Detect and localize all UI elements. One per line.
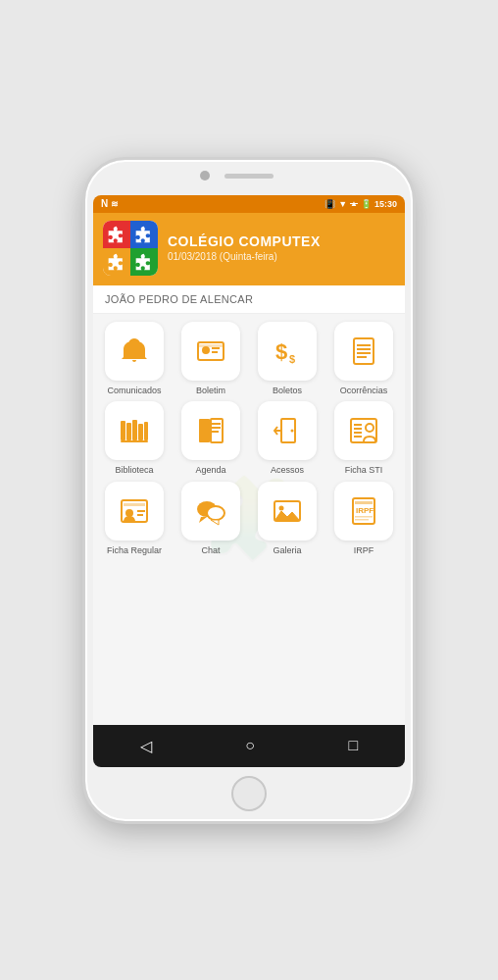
- user-bar: JOÃO PEDRO DE ALENCAR: [93, 285, 405, 314]
- app-item-agenda[interactable]: Agenda: [175, 401, 246, 476]
- power-button: [414, 287, 416, 332]
- back-icon: ◁: [140, 738, 152, 754]
- acessos-label: Acessos: [271, 465, 304, 476]
- ocorrencias-label: Ocorrências: [340, 386, 388, 396]
- image-mountains-icon: [272, 495, 303, 527]
- agenda-label: Agenda: [195, 465, 225, 476]
- svg-rect-17: [121, 440, 148, 442]
- ficha-regular-label: Ficha Regular: [107, 545, 162, 556]
- galeria-icon-box: [258, 482, 317, 541]
- person-lines-icon: [348, 415, 379, 446]
- svg-rect-8: [357, 344, 371, 346]
- svg-marker-38: [199, 517, 207, 523]
- status-right-icons: 📳 ▼ ▲ 🔋 15:30: [324, 199, 397, 209]
- app-grid-container: 🧩 Comunicados: [93, 314, 405, 725]
- svg-rect-36: [137, 514, 143, 516]
- svg-rect-47: [355, 519, 369, 521]
- navigation-bar: ◁ ○ □: [93, 725, 405, 767]
- svg-marker-40: [211, 520, 219, 525]
- chat-label: Chat: [201, 545, 220, 556]
- svg-rect-18: [199, 419, 210, 442]
- svg-rect-33: [124, 503, 145, 506]
- phone-camera: [200, 171, 210, 181]
- app-header: COLÉGIO COMPUTEX 01/03/2018 (Quinta-feir…: [93, 213, 405, 285]
- bell-icon: [119, 335, 150, 367]
- app-item-boletim[interactable]: Boletim: [175, 322, 246, 396]
- biblioteca-icon-box: [105, 401, 164, 460]
- svg-point-42: [279, 506, 284, 511]
- galeria-label: Galeria: [273, 545, 301, 556]
- phone-speaker: [224, 174, 274, 179]
- app-item-galeria[interactable]: Galeria: [252, 482, 323, 556]
- svg-point-24: [291, 430, 294, 433]
- home-button[interactable]: ○: [233, 733, 267, 758]
- svg-rect-9: [357, 348, 371, 350]
- app-item-ocorrencias[interactable]: Ocorrências: [328, 322, 399, 396]
- svg-rect-11: [357, 356, 367, 358]
- wifi-icon: ▼: [338, 199, 347, 209]
- recent-button[interactable]: □: [337, 733, 371, 758]
- svg-rect-27: [354, 424, 362, 426]
- chat-icon-box: [181, 482, 240, 541]
- app-item-ficha-regular[interactable]: Ficha Regular: [99, 482, 170, 556]
- vibrate-icon: 📳: [324, 199, 335, 209]
- app-item-boletos[interactable]: $ $ Boletos: [252, 322, 323, 396]
- boletim-label: Boletim: [196, 386, 225, 396]
- svg-rect-29: [354, 432, 362, 434]
- dollar-icon: $ $: [272, 335, 303, 367]
- boletim-icon-box: [181, 322, 240, 381]
- phone-frame: N ≋ 📳 ▼ ▲ 🔋 15:30: [82, 157, 416, 824]
- ficha-sti-icon-box: [334, 401, 393, 460]
- back-button[interactable]: ◁: [128, 733, 164, 759]
- n-icon: N: [101, 198, 108, 209]
- recent-icon: □: [349, 737, 359, 753]
- svg-rect-3: [212, 351, 218, 353]
- person-card-icon: [119, 495, 150, 527]
- id-card-icon: [195, 335, 226, 367]
- svg-point-34: [125, 509, 133, 517]
- battery-icon: 🔋: [361, 199, 372, 209]
- logo-piece-blue: [130, 221, 158, 248]
- svg-rect-44: [355, 501, 373, 504]
- logo-piece-green: [130, 248, 158, 276]
- logo-piece-red: [103, 221, 130, 248]
- svg-point-39: [207, 506, 224, 520]
- boletos-label: Boletos: [273, 386, 302, 396]
- irpf-label: IRPF: [354, 545, 374, 556]
- svg-rect-2: [212, 347, 220, 349]
- svg-rect-35: [137, 510, 145, 512]
- irpf-doc-icon: IRPF: [348, 495, 379, 527]
- svg-text:$: $: [289, 353, 295, 365]
- svg-rect-30: [354, 436, 362, 438]
- time-display: 15:30: [374, 199, 397, 209]
- signal-icon: ≋: [111, 199, 119, 209]
- ficha-sti-label: Ficha STI: [345, 465, 383, 476]
- user-name: JOÃO PEDRO DE ALENCAR: [105, 293, 253, 305]
- svg-rect-28: [354, 428, 362, 430]
- app-item-irpf[interactable]: IRPF IRPF: [328, 482, 399, 556]
- status-left-icons: N ≋: [101, 198, 119, 209]
- svg-rect-14: [132, 420, 137, 440]
- svg-point-1: [202, 346, 210, 354]
- status-bar: N ≋ 📳 ▼ ▲ 🔋 15:30: [93, 195, 405, 213]
- phone-home-button[interactable]: [231, 776, 267, 811]
- chat-bubbles-icon: [195, 495, 226, 527]
- svg-point-31: [366, 424, 374, 432]
- phone-screen: N ≋ 📳 ▼ ▲ 🔋 15:30: [93, 195, 405, 767]
- app-item-chat[interactable]: Chat: [175, 482, 246, 556]
- app-item-comunicados[interactable]: Comunicados: [99, 322, 170, 396]
- app-item-ficha-sti[interactable]: Ficha STI: [328, 401, 399, 476]
- svg-rect-4: [198, 344, 224, 347]
- volume-button: [82, 297, 84, 327]
- ocorrencias-icon-box: [334, 322, 393, 381]
- comunicados-icon-box: [105, 322, 164, 381]
- document-lines-icon: [348, 335, 379, 367]
- svg-rect-16: [144, 422, 148, 440]
- home-icon: ○: [245, 737, 255, 753]
- svg-rect-12: [121, 421, 125, 440]
- svg-text:IRPF: IRPF: [356, 506, 374, 515]
- app-item-biblioteca[interactable]: Biblioteca: [99, 401, 170, 476]
- biblioteca-label: Biblioteca: [115, 465, 153, 476]
- app-item-acessos[interactable]: Acessos: [252, 401, 323, 476]
- school-date: 01/03/2018 (Quinta-feira): [168, 251, 395, 262]
